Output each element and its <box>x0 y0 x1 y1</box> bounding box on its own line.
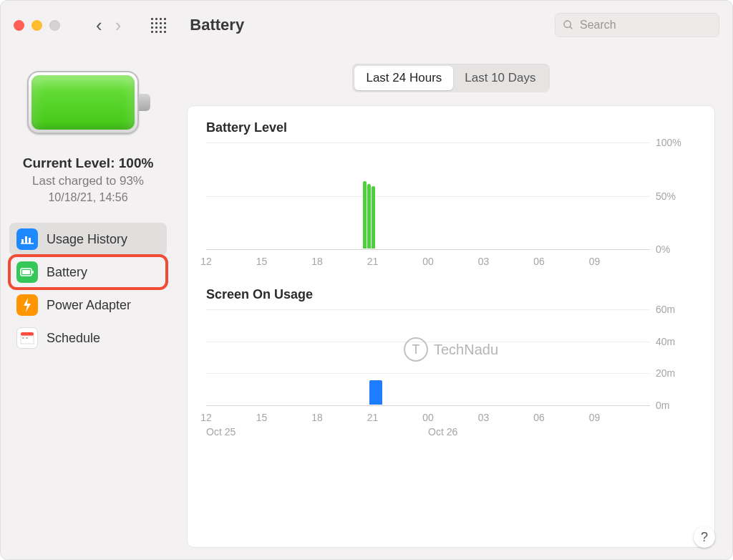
x-tick: 06 <box>533 256 545 267</box>
y-tick: 100% <box>656 137 681 148</box>
date-label: Oct 25 <box>206 426 236 438</box>
svg-rect-12 <box>26 337 28 339</box>
battery-level-chart: Battery Level 100% 50% 0% <box>206 120 699 269</box>
y-tick: 20m <box>656 367 675 379</box>
page-title: Battery <box>190 16 244 34</box>
sidebar-item-label: Battery <box>47 265 87 280</box>
x-tick: 21 <box>367 412 379 423</box>
tab-last-24-hours[interactable]: Last 24 Hours <box>354 66 453 90</box>
svg-rect-4 <box>29 238 31 243</box>
current-level-label: Current Level: 100% <box>9 155 167 171</box>
y-tick: 40m <box>656 336 675 347</box>
svg-rect-7 <box>22 270 30 274</box>
charts-panel: Battery Level 100% 50% 0% <box>187 105 715 548</box>
x-tick: 06 <box>533 412 545 423</box>
x-tick: 15 <box>256 412 268 423</box>
x-tick: 12 <box>200 412 212 423</box>
x-tick: 18 <box>311 412 323 423</box>
y-tick: 0% <box>656 243 670 255</box>
chart-bar <box>367 184 371 248</box>
svg-rect-3 <box>25 236 27 243</box>
zoom-icon <box>49 20 60 31</box>
calendar-icon <box>16 327 38 349</box>
time-range-segmented: Last 24 Hours Last 10 Days <box>352 64 549 92</box>
svg-rect-2 <box>21 239 24 243</box>
bolt-icon <box>16 294 38 316</box>
search-placeholder: Search <box>580 19 616 32</box>
sidebar-item-usage-history[interactable]: Usage History <box>9 223 167 256</box>
battery-stats: Current Level: 100% Last charged to 93% … <box>9 155 167 204</box>
svg-rect-10 <box>21 336 34 344</box>
sidebar-item-power-adapter[interactable]: Power Adapter <box>9 289 167 322</box>
svg-line-1 <box>570 26 572 29</box>
date-label: Oct 26 <box>428 426 457 438</box>
svg-point-0 <box>564 21 571 27</box>
battery-icon <box>16 261 38 283</box>
chart-bar <box>363 181 366 248</box>
svg-rect-11 <box>22 337 24 339</box>
chart-title: Screen On Usage <box>206 287 699 302</box>
help-button[interactable]: ? <box>694 526 715 548</box>
nav-arrows: ‹ › <box>96 14 121 37</box>
show-all-icon[interactable] <box>151 18 165 32</box>
close-icon[interactable] <box>14 20 24 31</box>
sidebar: Current Level: 100% Last charged to 93% … <box>1 49 175 559</box>
minimize-icon[interactable] <box>31 20 42 31</box>
toolbar: ‹ › Battery Search <box>1 1 732 49</box>
svg-rect-9 <box>21 332 34 336</box>
main-content: Last 24 Hours Last 10 Days Battery Level… <box>175 49 732 559</box>
x-tick: 00 <box>422 256 434 267</box>
back-button[interactable]: ‹ <box>96 14 102 37</box>
chart-bar <box>372 186 375 248</box>
x-tick: 15 <box>256 256 268 267</box>
chart-bar <box>369 380 382 405</box>
chart-icon <box>16 228 38 250</box>
x-tick: 00 <box>422 412 434 423</box>
sidebar-item-battery[interactable]: Battery <box>9 256 167 289</box>
tab-last-10-days[interactable]: Last 10 Days <box>453 66 547 90</box>
x-tick: 21 <box>367 256 379 267</box>
y-tick: 50% <box>656 190 676 202</box>
last-charged-label: Last charged to 93% <box>9 174 167 188</box>
battery-prefs-window: ‹ › Battery Search Current Level: 100% L… <box>0 0 733 560</box>
x-tick: 03 <box>478 412 490 423</box>
y-tick: 60m <box>656 304 675 315</box>
search-input[interactable]: Search <box>555 13 719 37</box>
screen-on-usage-chart: Screen On Usage 60m 40m 20m 0m <box>206 287 699 439</box>
x-tick: 09 <box>589 256 601 267</box>
sidebar-item-schedule[interactable]: Schedule <box>9 322 167 354</box>
sidebar-item-label: Schedule <box>47 331 100 346</box>
forward-button: › <box>115 14 122 37</box>
x-tick: 12 <box>200 256 212 267</box>
search-icon <box>563 19 574 31</box>
x-tick: 18 <box>311 256 323 267</box>
chart-title: Battery Level <box>206 120 699 135</box>
sidebar-item-label: Usage History <box>47 232 127 247</box>
last-charged-timestamp: 10/18/21, 14:56 <box>9 191 167 204</box>
x-tick: 03 <box>478 256 490 267</box>
battery-large-icon <box>27 71 149 134</box>
window-controls <box>14 20 60 31</box>
svg-rect-8 <box>32 271 34 274</box>
x-tick: 09 <box>589 412 601 423</box>
sidebar-item-label: Power Adapter <box>47 298 131 313</box>
y-tick: 0m <box>656 400 669 411</box>
